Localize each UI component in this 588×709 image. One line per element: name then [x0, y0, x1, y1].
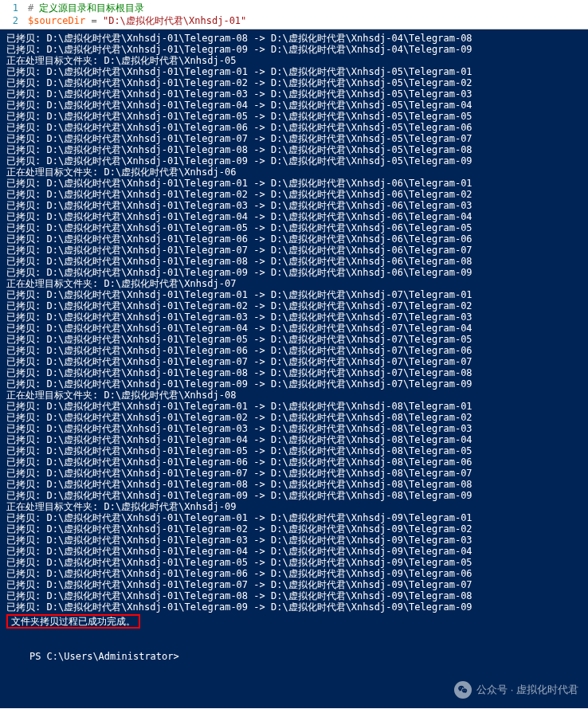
terminal-line: 已拷贝: D:\虚拟化时代君\Xnhsdj-01\Telegram-05 -> … — [6, 445, 582, 456]
terminal-line: 正在处理目标文件夹: D:\虚拟化时代君\Xnhsdj-07 — [6, 278, 582, 289]
completion-message: 文件夹拷贝过程已成功完成。 — [11, 616, 135, 627]
terminal-line: 已拷贝: D:\虚拟化时代君\Xnhsdj-01\Telegram-01 -> … — [6, 401, 582, 412]
terminal-line: 正在处理目标文件夹: D:\虚拟化时代君\Xnhsdj-05 — [6, 55, 582, 66]
terminal-line: 已拷贝: D:\虚拟化时代君\Xnhsdj-01\Telegram-04 -> … — [6, 211, 582, 222]
terminal-line: 已拷贝: D:\虚拟化时代君\Xnhsdj-01\Telegram-09 -> … — [6, 601, 582, 613]
prompt-text: PS C:\Users\Administrator> — [29, 651, 185, 662]
terminal-line: 已拷贝: D:\虚拟化时代君\Xnhsdj-01\Telegram-08 -> … — [6, 256, 582, 267]
terminal-output-block: 已拷贝: D:\虚拟化时代君\Xnhsdj-01\Telegram-01 -> … — [6, 289, 582, 401]
code-content: $sourceDir = "D:\虚拟化时代君\Xnhsdj-01" — [28, 14, 246, 27]
terminal-line: 已拷贝: D:\虚拟化时代君\Xnhsdj-01\Telegram-02 -> … — [6, 300, 582, 311]
prompt-line[interactable]: PS C:\Users\Administrator> — [6, 640, 582, 673]
terminal-line: 已拷贝: D:\虚拟化时代君\Xnhsdj-01\Telegram-07 -> … — [6, 579, 582, 590]
terminal-line: 已拷贝: D:\虚拟化时代君\Xnhsdj-01\Telegram-06 -> … — [6, 233, 582, 245]
terminal-line: 已拷贝: D:\虚拟化时代君\Xnhsdj-01\Telegram-09 -> … — [6, 378, 582, 390]
terminal-line: 已拷贝: D:\虚拟化时代君\Xnhsdj-01\Telegram-01 -> … — [6, 289, 582, 300]
terminal-output-block: 已拷贝: D:\虚拟化时代君\Xnhsdj-01\Telegram-08 -> … — [6, 33, 582, 66]
terminal-output-block: 已拷贝: D:\虚拟化时代君\Xnhsdj-01\Telegram-01 -> … — [6, 401, 582, 512]
terminal-line: 正在处理目标文件夹: D:\虚拟化时代君\Xnhsdj-08 — [6, 390, 582, 401]
code-line-2[interactable]: 2 $sourceDir = "D:\虚拟化时代君\Xnhsdj-01" — [0, 14, 588, 27]
terminal-line: 已拷贝: D:\虚拟化时代君\Xnhsdj-01\Telegram-05 -> … — [6, 334, 582, 345]
completion-highlight: 文件夹拷贝过程已成功完成。 — [6, 614, 140, 629]
terminal-line: 已拷贝: D:\虚拟化时代君\Xnhsdj-01\Telegram-05 -> … — [6, 557, 582, 568]
terminal-line: 正在处理目标文件夹: D:\虚拟化时代君\Xnhsdj-09 — [6, 501, 582, 512]
terminal-line: 已拷贝: D:\虚拟化时代君\Xnhsdj-01\Telegram-08 -> … — [6, 590, 582, 601]
code-content: # 定义源目录和目标根目录 — [28, 2, 144, 14]
terminal-line: 已拷贝: D:\虚拟化时代君\Xnhsdj-01\Telegram-06 -> … — [6, 122, 582, 133]
terminal-line: 已拷贝: D:\虚拟化时代君\Xnhsdj-01\Telegram-04 -> … — [6, 546, 582, 557]
terminal-line: 已拷贝: D:\虚拟化时代君\Xnhsdj-01\Telegram-06 -> … — [6, 456, 582, 468]
wechat-icon — [454, 681, 472, 699]
terminal-line: 已拷贝: D:\虚拟化时代君\Xnhsdj-01\Telegram-09 -> … — [6, 490, 582, 501]
terminal-line: 已拷贝: D:\虚拟化时代君\Xnhsdj-01\Telegram-06 -> … — [6, 568, 582, 579]
watermark: 公众号 · 虚拟化时代君 — [454, 681, 578, 699]
terminal-line: 已拷贝: D:\虚拟化时代君\Xnhsdj-01\Telegram-05 -> … — [6, 111, 582, 122]
terminal-line: 已拷贝: D:\虚拟化时代君\Xnhsdj-01\Telegram-03 -> … — [6, 311, 582, 323]
terminal-line: 已拷贝: D:\虚拟化时代君\Xnhsdj-01\Telegram-01 -> … — [6, 178, 582, 189]
terminal-output-block: 已拷贝: D:\虚拟化时代君\Xnhsdj-01\Telegram-01 -> … — [6, 512, 582, 613]
terminal-line: 已拷贝: D:\虚拟化时代君\Xnhsdj-01\Telegram-03 -> … — [6, 88, 582, 100]
terminal-line: 已拷贝: D:\虚拟化时代君\Xnhsdj-01\Telegram-07 -> … — [6, 356, 582, 367]
terminal-line: 已拷贝: D:\虚拟化时代君\Xnhsdj-01\Telegram-07 -> … — [6, 468, 582, 479]
powershell-terminal[interactable]: 已拷贝: D:\虚拟化时代君\Xnhsdj-01\Telegram-08 -> … — [0, 29, 588, 708]
terminal-line: 已拷贝: D:\虚拟化时代君\Xnhsdj-01\Telegram-02 -> … — [6, 189, 582, 200]
terminal-output-block: 已拷贝: D:\虚拟化时代君\Xnhsdj-01\Telegram-01 -> … — [6, 178, 582, 289]
terminal-line: 已拷贝: D:\虚拟化时代君\Xnhsdj-01\Telegram-08 -> … — [6, 144, 582, 155]
terminal-line: 已拷贝: D:\虚拟化时代君\Xnhsdj-01\Telegram-04 -> … — [6, 434, 582, 445]
terminal-line: 已拷贝: D:\虚拟化时代君\Xnhsdj-01\Telegram-04 -> … — [6, 323, 582, 334]
terminal-line: 已拷贝: D:\虚拟化时代君\Xnhsdj-01\Telegram-06 -> … — [6, 345, 582, 356]
terminal-line: 已拷贝: D:\虚拟化时代君\Xnhsdj-01\Telegram-02 -> … — [6, 523, 582, 535]
terminal-output-block: 已拷贝: D:\虚拟化时代君\Xnhsdj-01\Telegram-01 -> … — [6, 66, 582, 178]
terminal-line: 已拷贝: D:\虚拟化时代君\Xnhsdj-01\Telegram-02 -> … — [6, 77, 582, 88]
terminal-line: 已拷贝: D:\虚拟化时代君\Xnhsdj-01\Telegram-04 -> … — [6, 100, 582, 111]
terminal-line: 已拷贝: D:\虚拟化时代君\Xnhsdj-01\Telegram-03 -> … — [6, 423, 582, 434]
code-editor-pane[interactable]: 1 # 定义源目录和目标根目录 2 $sourceDir = "D:\虚拟化时代… — [0, 0, 588, 29]
terminal-line: 已拷贝: D:\虚拟化时代君\Xnhsdj-01\Telegram-09 -> … — [6, 267, 582, 278]
terminal-line: 已拷贝: D:\虚拟化时代君\Xnhsdj-01\Telegram-01 -> … — [6, 66, 582, 77]
terminal-line: 已拷贝: D:\虚拟化时代君\Xnhsdj-01\Telegram-08 -> … — [6, 479, 582, 490]
watermark-text: 公众号 · 虚拟化时代君 — [476, 684, 578, 695]
terminal-line: 已拷贝: D:\虚拟化时代君\Xnhsdj-01\Telegram-01 -> … — [6, 512, 582, 523]
terminal-line: 已拷贝: D:\虚拟化时代君\Xnhsdj-01\Telegram-07 -> … — [6, 133, 582, 144]
terminal-line: 已拷贝: D:\虚拟化时代君\Xnhsdj-01\Telegram-05 -> … — [6, 222, 582, 233]
terminal-line: 已拷贝: D:\虚拟化时代君\Xnhsdj-01\Telegram-09 -> … — [6, 44, 582, 55]
terminal-line: 已拷贝: D:\虚拟化时代君\Xnhsdj-01\Telegram-02 -> … — [6, 412, 582, 423]
line-number: 2 — [0, 14, 28, 27]
terminal-line: 已拷贝: D:\虚拟化时代君\Xnhsdj-01\Telegram-08 -> … — [6, 367, 582, 378]
terminal-line: 正在处理目标文件夹: D:\虚拟化时代君\Xnhsdj-06 — [6, 166, 582, 178]
terminal-line: 已拷贝: D:\虚拟化时代君\Xnhsdj-01\Telegram-09 -> … — [6, 155, 582, 166]
terminal-line: 已拷贝: D:\虚拟化时代君\Xnhsdj-01\Telegram-07 -> … — [6, 245, 582, 256]
code-line-1[interactable]: 1 # 定义源目录和目标根目录 — [0, 2, 588, 14]
terminal-line: 已拷贝: D:\虚拟化时代君\Xnhsdj-01\Telegram-03 -> … — [6, 535, 582, 546]
terminal-line: 已拷贝: D:\虚拟化时代君\Xnhsdj-01\Telegram-03 -> … — [6, 200, 582, 211]
line-number: 1 — [0, 2, 28, 14]
terminal-line: 已拷贝: D:\虚拟化时代君\Xnhsdj-01\Telegram-08 -> … — [6, 33, 582, 44]
